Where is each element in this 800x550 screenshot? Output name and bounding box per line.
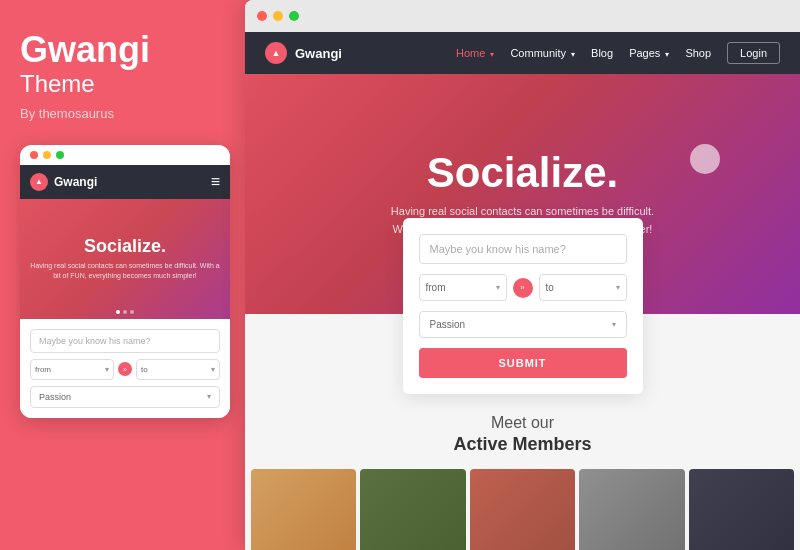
desktop-brand-label: Gwangi — [295, 46, 342, 61]
desktop-submit-button[interactable]: SUBMIT — [419, 348, 627, 378]
mobile-search-placeholder: Maybe you know his name? — [39, 336, 151, 346]
mobile-dot-green — [56, 151, 64, 159]
desktop-nav-links: Home ▾ Community ▾ Blog Pages ▾ Shop — [456, 43, 711, 63]
desktop-titlebar — [245, 0, 800, 32]
mobile-to-label: to — [141, 365, 148, 374]
mobile-passion-chevron: ▾ — [207, 392, 211, 401]
desktop-dot-green — [289, 11, 299, 21]
desktop-nav-brand: Gwangi — [265, 42, 342, 64]
mobile-indicator-2 — [123, 310, 127, 314]
mobile-brand-label: Gwangi — [54, 175, 97, 189]
mobile-titlebar — [20, 145, 230, 165]
mobile-logo-icon — [30, 173, 48, 191]
member-photo-3 — [470, 469, 575, 550]
desktop-hero: Socialize. Having real social contacts c… — [245, 74, 800, 314]
desktop-passion-select[interactable]: Passion ▾ — [419, 311, 627, 338]
desktop-search-placeholder: Maybe you know his name? — [430, 243, 566, 255]
nav-link-home[interactable]: Home ▾ — [456, 43, 494, 63]
desktop-from-chevron: ▾ — [496, 283, 500, 292]
desktop-members-photos — [245, 469, 800, 550]
mobile-arrow-icon: » — [118, 362, 132, 376]
desktop-nav: Gwangi Home ▾ Community ▾ Blog Pages ▾ S… — [245, 32, 800, 74]
mobile-indicator-1 — [116, 310, 120, 314]
member-photo-2 — [360, 469, 465, 550]
desktop-passion-chevron: ▾ — [612, 320, 616, 329]
mobile-from-select[interactable]: from ▾ — [30, 359, 114, 380]
mobile-passion-label: Passion — [39, 392, 71, 402]
mobile-from-label: from — [35, 365, 51, 374]
mobile-search-input[interactable]: Maybe you know his name? — [30, 329, 220, 353]
desktop-from-label: from — [426, 282, 446, 293]
desktop-nav-logo-icon — [265, 42, 287, 64]
mobile-from-chevron: ▾ — [105, 365, 109, 374]
desktop-dot-yellow — [273, 11, 283, 21]
desktop-age-row: from ▾ » to ▾ — [419, 274, 627, 301]
mobile-dot-yellow — [43, 151, 51, 159]
desktop-login-button[interactable]: Login — [727, 42, 780, 64]
mobile-mockup: Gwangi ≡ Socialize. Having real social c… — [20, 145, 230, 418]
member-photo-1 — [251, 469, 356, 550]
desktop-search-card: Maybe you know his name? from ▾ » to ▾ — [403, 218, 643, 394]
mobile-hamburger-icon[interactable]: ≡ — [211, 173, 220, 191]
mobile-hero-bg — [20, 199, 230, 319]
mobile-indicator-3 — [130, 310, 134, 314]
desktop-from-select[interactable]: from ▾ — [419, 274, 507, 301]
desktop-to-chevron: ▾ — [616, 283, 620, 292]
mobile-form-area: Maybe you know his name? from ▾ » to ▾ P… — [20, 319, 230, 418]
mobile-hero-subtitle: Having real social contacts can sometime… — [20, 261, 230, 281]
mobile-hero: Socialize. Having real social contacts c… — [20, 199, 230, 319]
member-photo-4 — [579, 469, 684, 550]
nav-link-blog[interactable]: Blog — [591, 43, 613, 63]
desktop-content: Socialize. Having real social contacts c… — [245, 74, 800, 550]
mobile-to-select[interactable]: to ▾ — [136, 359, 220, 380]
desktop-hero-title: Socialize. — [427, 149, 618, 197]
mobile-hero-title: Socialize. — [84, 236, 166, 257]
member-photo-5 — [689, 469, 794, 550]
left-panel: Gwangi Theme By themosaurus Gwangi ≡ Soc… — [0, 0, 250, 550]
desktop-members-title: Meet our — [245, 414, 800, 432]
desktop-arrow-icon: » — [513, 278, 533, 298]
desktop-to-select[interactable]: to ▾ — [539, 274, 627, 301]
desktop-search-input[interactable]: Maybe you know his name? — [419, 234, 627, 264]
brand-by: By themosaurus — [20, 106, 230, 121]
mobile-nav-brand: Gwangi — [30, 173, 97, 191]
mobile-age-selects: from ▾ » to ▾ — [30, 359, 220, 380]
mobile-nav: Gwangi ≡ — [20, 165, 230, 199]
mobile-to-chevron: ▾ — [211, 365, 215, 374]
mobile-slide-indicators — [116, 310, 134, 314]
nav-link-community[interactable]: Community ▾ — [510, 43, 575, 63]
brand-subtitle: Theme — [20, 70, 230, 98]
desktop-hero-circle — [690, 144, 720, 174]
desktop-mockup: Gwangi Home ▾ Community ▾ Blog Pages ▾ S… — [245, 0, 800, 550]
desktop-to-label: to — [546, 282, 554, 293]
mobile-dot-red — [30, 151, 38, 159]
desktop-members-bold-title: Active Members — [245, 434, 800, 455]
brand-title: Gwangi — [20, 30, 230, 70]
desktop-passion-label: Passion — [430, 319, 466, 330]
desktop-dot-red — [257, 11, 267, 21]
nav-link-shop[interactable]: Shop — [685, 43, 711, 63]
mobile-passion-select[interactable]: Passion ▾ — [30, 386, 220, 408]
nav-link-pages[interactable]: Pages ▾ — [629, 43, 669, 63]
